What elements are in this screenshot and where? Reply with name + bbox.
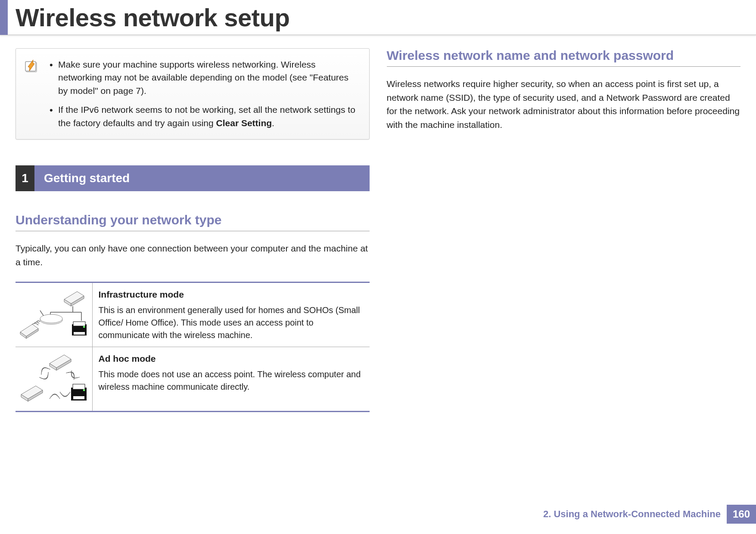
header-accent bbox=[0, 0, 8, 35]
svg-line-8 bbox=[40, 310, 44, 316]
note-item-2-pre: If the IPv6 network seems to not be work… bbox=[58, 105, 355, 127]
infrastructure-diagram-icon bbox=[19, 289, 88, 341]
table-row: Ad hoc mode This mode does not use an ac… bbox=[16, 347, 370, 412]
footer-chapter: 2. Using a Network-Connected Machine bbox=[543, 509, 721, 520]
section-number: 1 bbox=[16, 165, 34, 191]
subheading-ssid: Wireless network name and network passwo… bbox=[387, 48, 741, 67]
note-item-1: Make sure your machine supports wireless… bbox=[47, 58, 359, 97]
svg-rect-11 bbox=[74, 332, 85, 335]
adhoc-diagram-cell bbox=[16, 347, 92, 412]
note-item-1-text: Make sure your machine supports wireless… bbox=[58, 59, 348, 96]
adhoc-diagram-icon bbox=[19, 353, 88, 405]
page-body: Make sure your machine supports wireless… bbox=[0, 35, 756, 412]
footer-page-number: 160 bbox=[727, 505, 756, 524]
page-title: Wireless network setup bbox=[16, 3, 289, 32]
left-column: Make sure your machine supports wireless… bbox=[16, 48, 370, 412]
page-footer: 2. Using a Network-Connected Machine 160 bbox=[543, 505, 756, 524]
note-item-2: If the IPv6 network seems to not be work… bbox=[47, 103, 359, 130]
infrastructure-text-cell: Infrastructure mode This is an environme… bbox=[92, 283, 370, 347]
page-header: Wireless network setup bbox=[0, 0, 756, 35]
adhoc-mode-desc: This mode does not use an access point. … bbox=[99, 369, 361, 391]
infrastructure-mode-title: Infrastructure mode bbox=[99, 288, 364, 301]
section-label-row: 1 Getting started bbox=[16, 165, 370, 191]
right-column: Wireless network name and network passwo… bbox=[387, 48, 741, 412]
svg-rect-15 bbox=[73, 396, 84, 399]
svg-rect-12 bbox=[83, 326, 85, 328]
adhoc-text-cell: Ad hoc mode This mode does not use an ac… bbox=[92, 347, 370, 412]
section-label: Getting started bbox=[34, 165, 370, 191]
note-icon bbox=[25, 58, 39, 130]
note-box: Make sure your machine supports wireless… bbox=[16, 48, 370, 140]
note-list: Make sure your machine supports wireless… bbox=[47, 58, 359, 130]
note-item-2-post: . bbox=[272, 118, 274, 128]
network-modes-table: Infrastructure mode This is an environme… bbox=[16, 282, 370, 412]
svg-rect-10 bbox=[73, 322, 85, 326]
svg-rect-14 bbox=[73, 384, 85, 389]
adhoc-mode-title: Ad hoc mode bbox=[99, 352, 364, 365]
infrastructure-mode-desc: This is an environment generally used fo… bbox=[99, 305, 360, 340]
table-row: Infrastructure mode This is an environme… bbox=[16, 283, 370, 347]
infrastructure-diagram-cell bbox=[16, 283, 92, 347]
note-item-2-bold: Clear Setting bbox=[216, 118, 272, 128]
subheading-network-type: Understanding your network type bbox=[16, 213, 370, 231]
body-ssid: Wireless networks require higher securit… bbox=[387, 77, 741, 131]
svg-rect-16 bbox=[83, 389, 85, 391]
body-network-type: Typically, you can only have one connect… bbox=[16, 242, 370, 269]
